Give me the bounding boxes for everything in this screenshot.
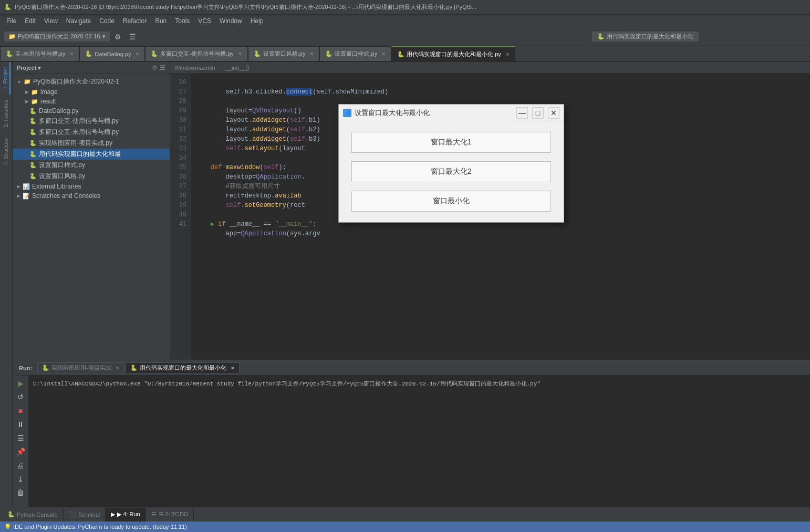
tree-label-extlib: External Libraries [32, 183, 81, 190]
editor-area: Windowmaxmin → __init__() 26 27 28 29 30… [170, 62, 810, 360]
menu-vcs[interactable]: VCS [194, 16, 215, 26]
tab-2[interactable]: 🐍 多窗口交互-使用信号与槽.py ✕ [145, 46, 247, 61]
tree-label-multi2: 多窗口交互-未用信号与槽.py [39, 128, 119, 137]
bottom-tab-bar: Run: 🐍 实现绘图应用-项目实战 ✕ 🐍 用代码实现窗口的最大化和最小化 ✕ [13, 361, 810, 375]
tree-item-datedialog[interactable]: 🐍 DateDailog.py [13, 106, 170, 116]
layout-ctrl-btn[interactable]: ☰ [15, 432, 26, 444]
folder-icon-image: 📁 [31, 89, 38, 96]
dialog-btn-minimize[interactable]: 窗口最小化 [351, 191, 551, 212]
tab-close-2[interactable]: ✕ [238, 51, 242, 57]
run-tab-0[interactable]: 🐍 实现绘图应用-项目实战 ✕ [37, 362, 124, 373]
project-selector[interactable]: 📁 PyQt5窗口操作大全-2020-02-16 ▾ [4, 32, 110, 41]
file-icon-datedialog: 🐍 [29, 108, 37, 114]
console-tab-run[interactable]: ▶ ▶ 4: Run [106, 508, 146, 521]
sync-icon[interactable]: ⚙ [152, 64, 158, 71]
project-header: Project ▾ ⚙ ☰ [13, 62, 170, 74]
vert-tab-structure[interactable]: 7: Structure [2, 133, 10, 171]
line-numbers: 26 27 28 29 30 31 32 33 34 35 36 37 [170, 74, 191, 360]
content-area: 1: Project 2: Favorites 7: Structure Pro… [0, 62, 810, 507]
todo-icon: ☰ [151, 511, 157, 518]
menu-run[interactable]: Run [151, 16, 171, 26]
rerun-btn[interactable]: ↺ [15, 391, 26, 403]
tab-label-3: 设置窗口风格.py [263, 50, 306, 58]
dialog-maximize-btn[interactable]: □ [532, 107, 544, 119]
tree-chevron-root: ▼ [17, 79, 22, 85]
scroll-btn[interactable]: ⤓ [15, 473, 26, 485]
tab-icon-2: 🐍 [151, 50, 158, 57]
stop-btn[interactable]: ■ [15, 405, 26, 416]
menu-tools[interactable]: Tools [171, 16, 194, 26]
app: 🐍 PyQt5窗口操作大全-2020-02-16 [D:\Byrbt2018\R… [0, 0, 810, 532]
console-tab-python[interactable]: 🐍 Python Console [2, 508, 64, 521]
tree-item-multi2[interactable]: 🐍 多窗口交互-未用信号与槽.py [13, 127, 170, 138]
console-tab-todo[interactable]: ☰ ☰ 6: TODO [146, 508, 194, 521]
collapse-icon[interactable]: ☰ [160, 64, 165, 71]
run-tab-close-1[interactable]: ✕ [231, 366, 235, 371]
breadcrumb: Windowmaxmin → __init__() [170, 62, 810, 74]
tab-label-0: 互-未用信号与槽.py [15, 50, 65, 58]
lib-icon: 📊 [23, 183, 30, 190]
tab-0[interactable]: 🐍 互-未用信号与槽.py ✕ [0, 46, 79, 61]
pin-btn[interactable]: 📌 [15, 446, 26, 457]
tab-1[interactable]: 🐍 DateDailog.py ✕ [79, 46, 145, 61]
run-tab-close-0[interactable]: ✕ [116, 366, 120, 371]
tree-item-result[interactable]: ▶ 📁 result [13, 97, 170, 106]
vert-tab-project[interactable]: 1: Project [2, 62, 11, 95]
layout-btn[interactable]: ☰ [127, 30, 139, 43]
tree-item-image[interactable]: ▶ 📁 image [13, 87, 170, 97]
dialog-btn-maximize1[interactable]: 窗口最大化1 [351, 132, 551, 153]
tab-3[interactable]: 🐍 设置窗口风格.py ✕ [248, 46, 320, 61]
dialog-body: 窗口最大化1 窗口最大化2 窗口最小化 [339, 121, 564, 222]
run-btn[interactable]: ▶ [15, 378, 26, 389]
tree-item-extlib[interactable]: ▶ 📊 External Libraries [13, 182, 170, 191]
tree-item-theme[interactable]: 🐍 设置窗口风格.py [13, 171, 170, 182]
pause-btn[interactable]: ⏸ [15, 419, 26, 430]
breadcrumb-part1: Windowmaxmin [174, 65, 215, 71]
print-btn[interactable]: 🖨 [15, 460, 26, 471]
tab-4[interactable]: 🐍 设置窗口样式.py ✕ [319, 46, 391, 61]
project-name: PyQt5窗口操作大全-2020-02-16 [18, 33, 100, 40]
tab-close-3[interactable]: ✕ [309, 51, 314, 57]
main-area: Project ▾ ⚙ ☰ ▼ 📁 PyQt5窗口操作大全-2020-02-1 [13, 62, 810, 507]
dialog-window[interactable]: 🔷 设置窗口最大化与最小化 — □ ✕ 窗口最大化1 窗口最大化2 窗口最小化 [338, 104, 564, 223]
dialog-minimize-btn[interactable]: — [516, 107, 528, 119]
menu-help[interactable]: Help [246, 16, 268, 26]
menu-edit[interactable]: Edit [20, 16, 40, 26]
delete-btn[interactable]: 🗑 [15, 487, 26, 498]
terminal-icon: ⬛ [69, 511, 76, 518]
tree-item-root[interactable]: ▼ 📁 PyQt5窗口操作大全-2020-02-1 [13, 76, 170, 87]
run-tab-1[interactable]: 🐍 用代码实现窗口的最大化和最小化 ✕ [126, 362, 240, 373]
tree-item-multi1[interactable]: 🐍 多窗口交互-使用信号与槽.py [13, 116, 170, 127]
dropdown-icon: ▾ [102, 33, 106, 40]
console-output: D:\Install\ANACONDA2\python.exe "D:/Byrb… [29, 375, 810, 507]
vert-tab-favorites[interactable]: 2: Favorites [2, 95, 10, 132]
tab-close-1[interactable]: ✕ [135, 51, 139, 57]
run-tabs: 🐍 实现绘图应用-项目实战 ✕ 🐍 用代码实现窗口的最大化和最小化 ✕ [37, 362, 240, 373]
tree-item-scratches[interactable]: ▶ 📝 Scratches and Consoles [13, 191, 170, 201]
dialog-close-btn[interactable]: ✕ [548, 107, 559, 119]
tab-close-5[interactable]: ✕ [505, 51, 510, 57]
tab-close-4[interactable]: ✕ [381, 51, 386, 57]
menu-navigate[interactable]: Navigate [62, 16, 95, 26]
dialog-btn-maximize2[interactable]: 窗口最大化2 [351, 161, 551, 182]
menu-code[interactable]: Code [95, 16, 119, 26]
tab-close-0[interactable]: ✕ [69, 51, 74, 57]
tab-label-2: 多窗口交互-使用信号与槽.py [160, 50, 233, 58]
file-icon-small: 🐍 [597, 33, 605, 40]
tab-5[interactable]: 🐍 用代码实现窗口的最大化和最小化.py ✕ [391, 46, 515, 61]
menu-view[interactable]: View [40, 16, 62, 26]
menu-refactor[interactable]: Refactor [119, 16, 151, 26]
tree-item-maxmin[interactable]: 🐍 用代码实现窗口的最大化和最 [13, 149, 170, 160]
run-tab-label-1: 用代码实现窗口的最大化和最小化 [140, 364, 226, 372]
console-tab-terminal[interactable]: ⬛ Terminal [64, 508, 106, 521]
scratches-icon: 📝 [23, 193, 30, 200]
settings-btn[interactable]: ⚙ [112, 30, 124, 43]
menu-file[interactable]: File [2, 16, 20, 26]
tree-item-paint[interactable]: 🐍 实现绘图应用-项目实战.py [13, 138, 170, 149]
file-icon-style: 🐍 [29, 162, 37, 169]
menu-window[interactable]: Window [215, 16, 246, 26]
tree-label-scratches: Scratches and Consoles [32, 192, 100, 200]
recent-file-indicator[interactable]: 🐍 用代码实现窗口的最大化和最小化 [592, 32, 699, 41]
tree-item-style[interactable]: 🐍 设置窗口样式.py [13, 160, 170, 171]
terminal-label: Terminal [78, 512, 100, 518]
